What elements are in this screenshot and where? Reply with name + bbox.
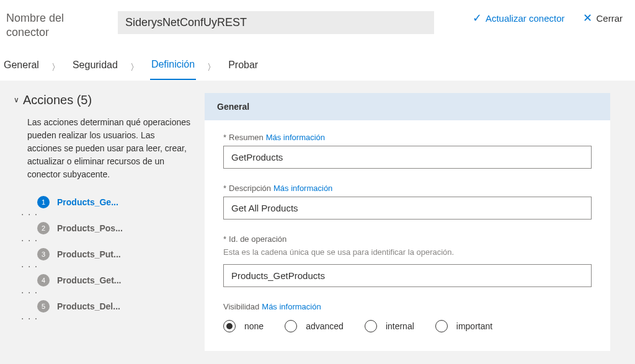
connector-name-input[interactable] xyxy=(118,11,434,34)
action-number-badge: 2 xyxy=(37,222,50,234)
action-label: Products_Put... xyxy=(57,249,121,259)
chevron-right-icon: 〉 xyxy=(51,62,60,73)
tab-general[interactable]: General xyxy=(2,56,40,79)
action-number-badge: 1 xyxy=(37,196,50,208)
action-item-2[interactable]: 2 Products_Pos... xyxy=(14,218,191,236)
action-label: Products_Del... xyxy=(57,301,120,311)
visibility-option-internal[interactable]: internal xyxy=(365,320,414,332)
radio-icon xyxy=(285,320,297,332)
action-more-menu[interactable]: . . . xyxy=(14,262,191,267)
required-indicator: * xyxy=(223,234,226,244)
visibility-option-advanced[interactable]: advanced xyxy=(285,320,344,332)
action-more-menu[interactable]: . . . xyxy=(14,236,191,241)
summary-label: Resumen xyxy=(229,133,264,142)
panel-header: General xyxy=(205,93,610,120)
chevron-right-icon: 〉 xyxy=(207,62,216,73)
radio-label: important xyxy=(456,321,492,331)
tab-bar: General 〉 Seguridad 〉 Definición 〉 Proba… xyxy=(0,47,635,81)
radio-label: internal xyxy=(386,321,414,331)
action-item-3[interactable]: 3 Products_Put... xyxy=(14,244,191,262)
sidebar: ∨ Acciones (5) Las acciones determinan q… xyxy=(0,81,205,364)
tab-definition[interactable]: Definición xyxy=(150,55,196,80)
operation-id-label: Id. de operación xyxy=(229,234,286,244)
close-button[interactable]: ✕ Cerrar xyxy=(583,11,623,25)
radio-label: advanced xyxy=(306,321,344,331)
action-more-menu[interactable]: . . . xyxy=(14,210,191,215)
action-more-menu[interactable]: . . . xyxy=(14,314,191,319)
operation-id-input[interactable] xyxy=(223,264,592,287)
summary-info-link[interactable]: Más información xyxy=(266,133,325,142)
close-icon: ✕ xyxy=(583,11,592,25)
tab-test[interactable]: Probar xyxy=(227,56,259,79)
close-label: Cerrar xyxy=(596,13,623,24)
radio-icon xyxy=(223,320,236,332)
summary-input[interactable] xyxy=(223,146,592,169)
sidebar-description: Las acciones determinan qué operaciones … xyxy=(14,116,191,181)
chevron-right-icon: 〉 xyxy=(130,62,139,73)
chevron-down-icon: ∨ xyxy=(14,95,19,104)
visibility-option-important[interactable]: important xyxy=(435,320,492,332)
action-list: 1 Products_Ge... . . . 2 Products_Pos...… xyxy=(14,192,191,319)
radio-label: none xyxy=(244,321,264,331)
description-info-link[interactable]: Más información xyxy=(273,184,332,193)
visibility-option-none[interactable]: none xyxy=(223,320,264,332)
action-number-badge: 3 xyxy=(37,248,50,260)
visibility-radio-group: none advanced internal important xyxy=(223,320,592,332)
tab-security[interactable]: Seguridad xyxy=(71,56,119,79)
visibility-label: Visibilidad xyxy=(223,302,259,311)
checkmark-icon: ✓ xyxy=(473,11,482,25)
description-label: Descripción xyxy=(229,184,271,193)
action-item-1[interactable]: 1 Products_Ge... xyxy=(14,192,191,210)
sidebar-title-text: Acciones (5) xyxy=(23,93,92,107)
radio-icon xyxy=(435,320,448,332)
action-label: Products_Get... xyxy=(57,275,121,285)
operation-id-hint: Esta es la cadena única que se usa para … xyxy=(223,247,592,257)
action-number-badge: 5 xyxy=(37,300,50,313)
sidebar-title[interactable]: ∨ Acciones (5) xyxy=(14,93,191,107)
update-connector-label: Actualizar conector xyxy=(486,13,565,24)
action-number-badge: 4 xyxy=(37,274,50,286)
radio-icon xyxy=(365,320,377,332)
action-more-menu[interactable]: . . . xyxy=(14,288,191,293)
connector-name-label: Nombre del conector xyxy=(6,11,105,40)
action-item-5[interactable]: 5 Products_Del... xyxy=(14,296,191,314)
required-indicator: * xyxy=(223,184,226,193)
required-indicator: * xyxy=(223,133,226,142)
action-label: Products_Pos... xyxy=(57,223,123,233)
action-label: Products_Ge... xyxy=(57,197,118,207)
update-connector-button[interactable]: ✓ Actualizar conector xyxy=(473,11,565,25)
visibility-info-link[interactable]: Más información xyxy=(262,302,321,311)
description-input[interactable] xyxy=(223,197,592,220)
action-item-4[interactable]: 4 Products_Get... xyxy=(14,270,191,288)
